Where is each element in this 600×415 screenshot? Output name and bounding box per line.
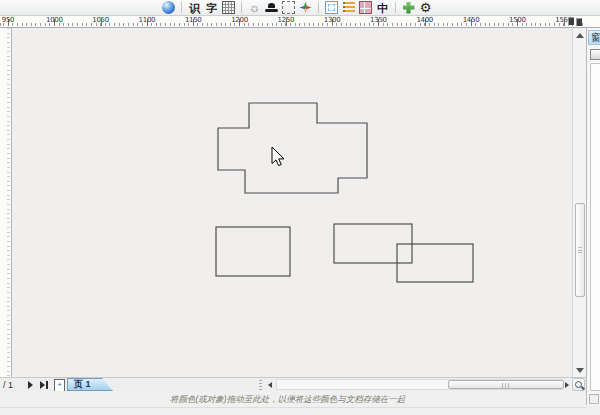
toolbar-separator xyxy=(318,2,319,13)
page-setup-icon-button[interactable] xyxy=(325,1,338,15)
next-page-icon xyxy=(28,381,33,389)
docked-panel-header[interactable]: 窗 xyxy=(588,30,600,45)
ruler-label: 1150 xyxy=(185,16,202,24)
page-tab[interactable]: 页 1 xyxy=(67,378,113,391)
star-icon-button[interactable] xyxy=(299,1,312,15)
toolbar-separator xyxy=(395,2,396,13)
application-window: 识字中 950100010501100115012001250130013501… xyxy=(0,0,600,415)
keypad-icon-button[interactable] xyxy=(222,1,235,15)
ruler-label: 950 xyxy=(2,16,14,24)
last-page-button[interactable] xyxy=(40,381,50,389)
star-icon xyxy=(300,2,312,14)
globe-icon-button[interactable] xyxy=(162,1,175,15)
toolbar: 识字中 xyxy=(0,0,600,16)
scroll-left-button[interactable] xyxy=(265,380,275,390)
status-divider xyxy=(0,407,586,408)
globe-icon xyxy=(162,1,175,14)
ruler-label: 1050 xyxy=(92,16,109,24)
gear-icon-button[interactable] xyxy=(419,1,432,15)
page-tab-label: 页 1 xyxy=(74,378,91,391)
horizontal-scrollbar-thumb[interactable] xyxy=(448,380,564,389)
ink-hat-icon xyxy=(265,1,278,14)
page-setup-icon xyxy=(325,1,338,14)
ruler-label: 1350 xyxy=(370,16,387,24)
scroll-right-button[interactable] xyxy=(562,380,572,390)
drawing-canvas[interactable] xyxy=(12,28,572,377)
keypad-icon xyxy=(222,1,235,14)
ruler-label: 1400 xyxy=(416,16,433,24)
ruler-unit-icon[interactable] xyxy=(568,17,584,26)
status-bar: 将颜色(或对象)拖动至此处，以便将这些颜色与文档存储在一起 xyxy=(0,391,600,415)
down-arrow-icon xyxy=(576,368,584,373)
horizontal-scrollbar[interactable] xyxy=(276,379,562,390)
list-icon xyxy=(343,2,355,13)
list-icon-button[interactable] xyxy=(342,1,355,15)
mouse-cursor xyxy=(272,147,284,166)
last-page-icon xyxy=(40,381,45,389)
ruler-label: 1100 xyxy=(139,16,156,24)
left-arrow-icon xyxy=(268,382,272,388)
docked-panel-footer-box xyxy=(589,394,599,404)
docked-panel-sliver: 窗 xyxy=(586,28,600,405)
center-button[interactable]: 中 xyxy=(376,1,389,15)
cross-shape[interactable] xyxy=(218,103,367,193)
ruler-label: 1300 xyxy=(324,16,341,24)
color-grid-icon-button[interactable] xyxy=(359,1,372,15)
zoom-magnifier-button[interactable] xyxy=(572,378,585,391)
up-arrow-icon xyxy=(576,33,584,38)
docked-panel-body xyxy=(590,63,600,391)
vertical-scrollbar[interactable] xyxy=(572,28,586,377)
right-arrow-icon xyxy=(565,382,569,388)
sun-icon xyxy=(248,1,261,14)
scroll-up-button[interactable] xyxy=(575,30,585,40)
vertical-scrollbar-thumb[interactable] xyxy=(575,203,585,297)
next-page-button[interactable] xyxy=(28,381,38,389)
marquee-icon xyxy=(282,1,295,14)
ruler-label: 1450 xyxy=(463,16,480,24)
vertical-ruler xyxy=(0,28,12,377)
marquee-icon-button[interactable] xyxy=(282,1,295,15)
shapes-layer xyxy=(12,28,572,377)
status-hint-text: 将颜色(或对象)拖动至此处，以便将这些颜色与文档存储在一起 xyxy=(170,394,405,406)
color-grid-icon xyxy=(359,1,372,14)
docked-panel-icon[interactable] xyxy=(590,49,600,60)
horizontal-ruler: 9501000105011001150120012501300135014001… xyxy=(0,16,600,28)
toolbar-separator xyxy=(241,2,242,13)
ruler-label: 1000 xyxy=(46,16,63,24)
word-button[interactable]: 字 xyxy=(205,1,218,15)
page-navigation-bar: / 1 页 1 xyxy=(0,377,586,391)
scrollbar-grip[interactable] xyxy=(259,380,262,390)
puzzle-icon xyxy=(403,2,415,14)
sun-icon-button[interactable] xyxy=(248,1,261,15)
rectangle-shape[interactable] xyxy=(216,227,290,276)
toolbar-separator xyxy=(181,2,182,13)
last-page-bar xyxy=(46,381,48,389)
scroll-down-button[interactable] xyxy=(575,365,585,375)
ruler-label: 1500 xyxy=(509,16,526,24)
ruler-label: 1250 xyxy=(277,16,294,24)
gear-icon xyxy=(419,1,432,14)
puzzle-icon-button[interactable] xyxy=(402,1,415,15)
ruler-label: 1200 xyxy=(231,16,248,24)
ink-hat-icon-button[interactable] xyxy=(265,1,278,15)
recognize-text-button[interactable]: 识 xyxy=(188,1,201,15)
page-indicator: / 1 xyxy=(3,380,13,390)
